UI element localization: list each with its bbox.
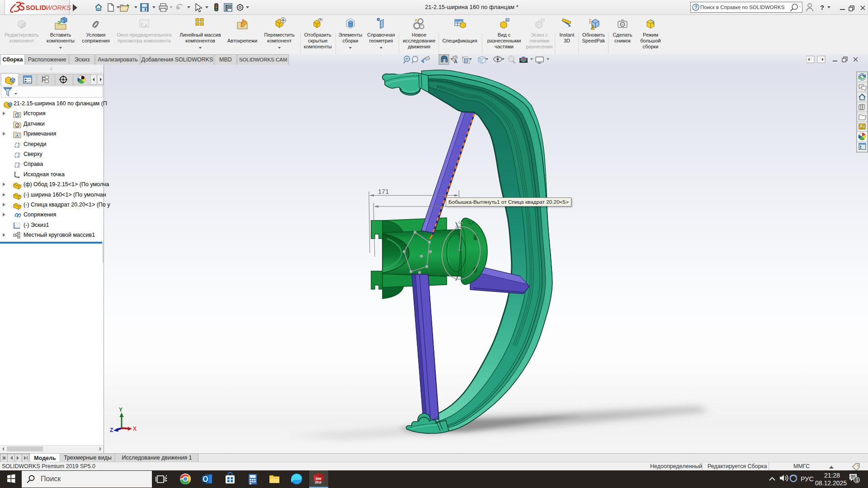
svg-text:WORKS: WORKS — [46, 4, 71, 11]
svg-text:171: 171 — [378, 188, 389, 195]
svg-text:?: ? — [820, 4, 824, 11]
svg-text:!: ! — [592, 26, 593, 30]
svg-text:РУС: РУС — [801, 475, 814, 483]
svg-text:X: X — [133, 426, 137, 432]
svg-text:2019: 2019 — [315, 481, 322, 484]
svg-text:Z: Z — [110, 427, 113, 433]
svg-text:1: 1 — [856, 477, 859, 483]
svg-text:Y: Y — [119, 407, 123, 413]
svg-text:SOLID: SOLID — [26, 4, 46, 11]
svg-text:A: A — [454, 59, 458, 64]
svg-text:08.12.2025: 08.12.2025 — [815, 479, 847, 487]
svg-text:A: A — [16, 133, 19, 138]
svg-text:?: ? — [694, 5, 698, 10]
svg-text:Поиск: Поиск — [41, 475, 61, 483]
svg-text:21:28: 21:28 — [824, 472, 840, 479]
